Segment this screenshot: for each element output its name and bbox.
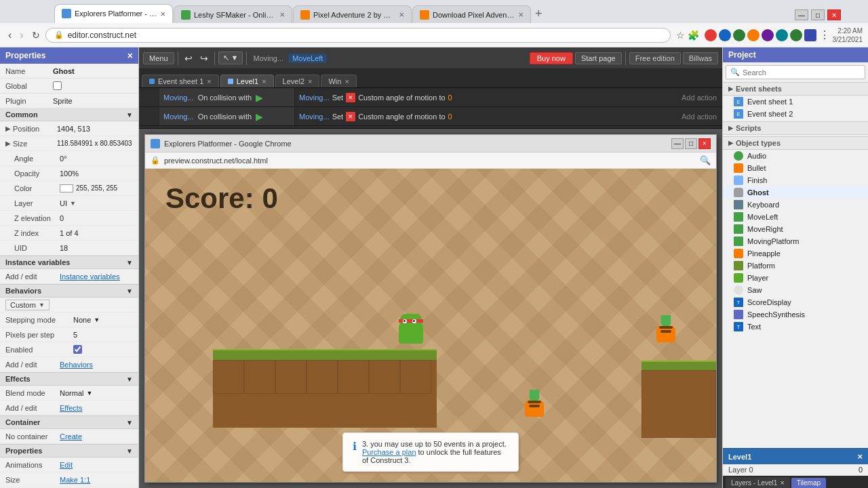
project-search[interactable]: 🔍 xyxy=(726,65,865,79)
enabled-checkbox[interactable] xyxy=(73,345,82,354)
layers-tab-close[interactable]: × xyxy=(780,479,784,487)
undo-button[interactable]: ↩ xyxy=(182,52,195,65)
event-sheet-1-item[interactable]: E Event sheet 1 xyxy=(723,96,868,108)
game-canvas[interactable]: Score: 0 xyxy=(145,169,716,482)
effects-header[interactable]: Effects ▼ xyxy=(0,372,138,386)
blend-mode-value: Normal xyxy=(60,389,83,397)
ghost-item[interactable]: Ghost xyxy=(723,186,868,199)
layers-tab[interactable]: Layers - Level1 × xyxy=(726,477,790,488)
finish-item[interactable]: Finish xyxy=(723,174,868,186)
address-bar[interactable]: editor.construct.net xyxy=(68,30,662,40)
behaviors-link[interactable]: Behaviors xyxy=(60,361,93,369)
saw-item[interactable]: Saw xyxy=(723,284,868,296)
layer-dropdown-arrow[interactable]: ▼ xyxy=(70,200,76,207)
properties-close-icon[interactable]: × xyxy=(127,50,133,61)
level1-tab-close[interactable]: × xyxy=(262,77,266,85)
tab-1-close[interactable]: × xyxy=(160,9,165,19)
stepping-mode-arrow[interactable]: ▼ xyxy=(94,317,100,323)
tab-3-close[interactable]: × xyxy=(399,9,404,20)
blend-mode-arrow[interactable]: ▼ xyxy=(86,390,92,396)
container-arrow: ▼ xyxy=(126,419,133,426)
redo-button[interactable]: ↪ xyxy=(197,52,211,65)
maximize-button[interactable]: □ xyxy=(811,9,825,20)
color-box[interactable] xyxy=(60,184,73,192)
add-action-button[interactable]: Add action xyxy=(676,94,722,102)
menu-button[interactable]: Menu xyxy=(143,52,174,64)
container-header[interactable]: Container ▼ xyxy=(0,415,138,429)
refresh-button[interactable]: ↻ xyxy=(29,28,43,42)
win-tab[interactable]: Win × xyxy=(321,75,356,87)
expand-size[interactable]: ▶ xyxy=(5,140,11,147)
game-win-close[interactable]: × xyxy=(698,138,711,149)
moveright-item[interactable]: MoveRight xyxy=(723,223,868,235)
browser-tab-1[interactable]: Explorers Platformer - Construc... × xyxy=(54,4,173,23)
tilemap-tab[interactable]: Tilemap xyxy=(791,478,826,488)
event-action-2[interactable]: Moving... Set ✕ Custom angle of motion t… xyxy=(295,107,676,125)
scoredisplay-item[interactable]: T ScoreDisplay xyxy=(723,296,868,308)
event-action-1[interactable]: Moving... Set ✕ Custom angle of motion t… xyxy=(295,88,676,106)
minimize-button[interactable]: — xyxy=(795,9,808,20)
platform-item[interactable]: Platform xyxy=(723,260,868,272)
forward-button[interactable]: › xyxy=(17,28,26,43)
action-sprite-1: Moving... xyxy=(299,94,330,102)
browser-menu-button[interactable]: ⋮ xyxy=(819,28,830,41)
level2-tab[interactable]: Level2 × xyxy=(275,75,320,87)
moveleft-item[interactable]: MoveLeft xyxy=(723,211,868,223)
instance-variables-header[interactable]: Instance variables ▼ xyxy=(0,256,138,269)
bookmark-button[interactable]: ☆ xyxy=(676,30,685,41)
pineapple-item[interactable]: Pineapple xyxy=(723,247,868,260)
common-section-header[interactable]: Common ▼ xyxy=(0,108,138,121)
close-window-button[interactable]: ✕ xyxy=(827,9,841,20)
select-tool[interactable]: ↖ ▼ xyxy=(218,52,243,64)
new-tab-button[interactable]: + xyxy=(531,4,547,23)
instance-variables-link[interactable]: Instance variables xyxy=(60,272,120,281)
text-item[interactable]: T Text xyxy=(723,321,868,333)
behaviors-label: Behaviors xyxy=(5,287,41,295)
movingplatform-item[interactable]: MovingPlatform xyxy=(723,235,868,247)
win-tab-close[interactable]: × xyxy=(344,77,349,85)
add-action-button-2[interactable]: Add action xyxy=(676,113,722,121)
speechsynthesis-item[interactable]: SpeechSynthesis xyxy=(723,308,868,321)
game-win-minimize[interactable]: — xyxy=(671,138,684,149)
z-elevation-label: Z elevation xyxy=(5,214,60,222)
browser-tab-2[interactable]: Leshy SFMaker - Online Sound E... × xyxy=(174,5,292,23)
keyboard-label: Keyboard xyxy=(747,201,779,209)
level-close-icon[interactable]: × xyxy=(857,451,863,462)
behaviors-header[interactable]: Behaviors ▼ xyxy=(0,284,138,298)
bullet-item[interactable]: Bullet xyxy=(723,162,868,174)
properties-section-header[interactable]: Properties ▼ xyxy=(0,444,138,458)
condition-text-1: On collision with xyxy=(198,94,252,102)
tab-4-close[interactable]: × xyxy=(518,9,524,20)
browser-tab-3[interactable]: Pixel Adventure 2 by Pixel Frog × xyxy=(293,5,412,23)
make-1-1-link[interactable]: Make 1:1 xyxy=(60,476,90,484)
event-sheet-tab-close[interactable]: × xyxy=(207,77,211,85)
notification-link[interactable]: Purchase a plan xyxy=(362,448,416,456)
game-win-maximize[interactable]: □ xyxy=(685,138,697,149)
browser-tab-4[interactable]: Download Pixel Adventure 2 by ... × xyxy=(412,5,531,23)
global-checkbox[interactable] xyxy=(53,81,62,90)
expand-position[interactable]: ▶ xyxy=(5,125,11,132)
event-sheet-2-icon: E xyxy=(734,109,743,119)
back-button[interactable]: ‹ xyxy=(5,28,14,43)
event-sheet-2-item[interactable]: E Event sheet 2 xyxy=(723,108,868,120)
event-sheet-tab[interactable]: Event sheet 1 × xyxy=(142,75,219,87)
keyboard-item[interactable]: Keyboard xyxy=(723,199,868,211)
event-condition-2[interactable]: Moving... On collision with ▶ xyxy=(159,107,295,125)
extensions-button[interactable]: 🧩 xyxy=(688,30,699,41)
user-button[interactable]: Billwas xyxy=(683,52,718,64)
add-edit-iv-label: Add / edit xyxy=(5,272,60,281)
level1-tab[interactable]: Level1 × xyxy=(220,75,274,87)
tab-2-close[interactable]: × xyxy=(279,9,285,20)
free-edition-button[interactable]: Free edition xyxy=(629,52,681,64)
game-search-icon[interactable]: 🔍 xyxy=(700,155,711,165)
event-condition-1[interactable]: Moving... On collision with ▶ xyxy=(159,88,295,106)
buy-now-button[interactable]: Buy now xyxy=(530,52,573,64)
animations-edit-link[interactable]: Edit xyxy=(60,461,73,469)
effects-link[interactable]: Effects xyxy=(60,404,82,412)
create-container-link[interactable]: Create xyxy=(60,432,82,441)
start-page-button[interactable]: Start page xyxy=(575,52,622,64)
player-item[interactable]: Player xyxy=(723,272,868,284)
search-input[interactable] xyxy=(743,68,861,77)
level2-tab-close[interactable]: × xyxy=(308,77,312,85)
audio-item[interactable]: Audio xyxy=(723,150,868,162)
